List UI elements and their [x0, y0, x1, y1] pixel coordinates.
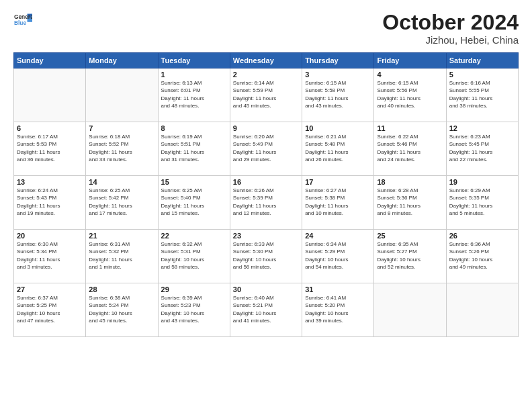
table-row: 10Sunrise: 6:21 AM Sunset: 5:48 PM Dayli… — [302, 122, 374, 176]
table-row: 18Sunrise: 6:28 AM Sunset: 5:36 PM Dayli… — [374, 176, 446, 230]
col-saturday: Saturday — [446, 53, 518, 68]
table-row: 9Sunrise: 6:20 AM Sunset: 5:49 PM Daylig… — [230, 122, 302, 176]
calendar-week-row: 6Sunrise: 6:17 AM Sunset: 5:53 PM Daylig… — [14, 122, 519, 176]
day-number: 30 — [233, 285, 299, 293]
day-info: Sunrise: 6:29 AM Sunset: 5:35 PM Dayligh… — [449, 187, 515, 217]
table-row — [14, 68, 86, 122]
day-info: Sunrise: 6:15 AM Sunset: 5:58 PM Dayligh… — [305, 79, 371, 109]
day-info: Sunrise: 6:20 AM Sunset: 5:49 PM Dayligh… — [233, 133, 299, 163]
calendar: Sunday Monday Tuesday Wednesday Thursday… — [13, 52, 519, 337]
header: General Blue October 2024 Jizhou, Hebei,… — [13, 11, 519, 46]
day-number: 11 — [377, 124, 443, 132]
day-info: Sunrise: 6:22 AM Sunset: 5:46 PM Dayligh… — [377, 133, 443, 163]
col-thursday: Thursday — [302, 53, 374, 68]
day-number: 25 — [377, 232, 443, 240]
table-row: 25Sunrise: 6:35 AM Sunset: 5:27 PM Dayli… — [374, 230, 446, 283]
col-monday: Monday — [86, 53, 158, 68]
day-info: Sunrise: 6:14 AM Sunset: 5:59 PM Dayligh… — [233, 79, 299, 109]
day-number: 1 — [161, 71, 227, 79]
table-row: 20Sunrise: 6:30 AM Sunset: 5:34 PM Dayli… — [14, 230, 86, 283]
day-info: Sunrise: 6:40 AM Sunset: 5:21 PM Dayligh… — [233, 294, 299, 324]
table-row: 24Sunrise: 6:34 AM Sunset: 5:29 PM Dayli… — [302, 230, 374, 283]
day-info: Sunrise: 6:34 AM Sunset: 5:29 PM Dayligh… — [305, 240, 371, 271]
svg-text:Blue: Blue — [14, 19, 26, 26]
table-row: 13Sunrise: 6:24 AM Sunset: 5:43 PM Dayli… — [14, 176, 86, 230]
day-info: Sunrise: 6:16 AM Sunset: 5:55 PM Dayligh… — [449, 79, 515, 109]
day-number: 12 — [449, 124, 515, 132]
table-row: 17Sunrise: 6:27 AM Sunset: 5:38 PM Dayli… — [302, 176, 374, 230]
day-number: 17 — [305, 178, 371, 186]
calendar-week-row: 20Sunrise: 6:30 AM Sunset: 5:34 PM Dayli… — [14, 230, 519, 283]
day-number: 21 — [89, 232, 154, 240]
title-block: October 2024 Jizhou, Hebei, China — [382, 11, 519, 46]
table-row: 28Sunrise: 6:38 AM Sunset: 5:24 PM Dayli… — [86, 283, 158, 337]
day-info: Sunrise: 6:17 AM Sunset: 5:53 PM Dayligh… — [17, 133, 83, 163]
day-info: Sunrise: 6:25 AM Sunset: 5:42 PM Dayligh… — [89, 187, 154, 217]
day-number: 29 — [161, 285, 227, 293]
day-number: 19 — [449, 178, 515, 186]
day-info: Sunrise: 6:30 AM Sunset: 5:34 PM Dayligh… — [17, 240, 83, 271]
day-number: 2 — [233, 71, 299, 79]
table-row: 1Sunrise: 6:13 AM Sunset: 6:01 PM Daylig… — [158, 68, 230, 122]
col-tuesday: Tuesday — [158, 53, 230, 68]
table-row: 8Sunrise: 6:19 AM Sunset: 5:51 PM Daylig… — [158, 122, 230, 176]
day-info: Sunrise: 6:37 AM Sunset: 5:25 PM Dayligh… — [17, 294, 83, 324]
calendar-week-row: 13Sunrise: 6:24 AM Sunset: 5:43 PM Dayli… — [14, 176, 519, 230]
calendar-week-row: 27Sunrise: 6:37 AM Sunset: 5:25 PM Dayli… — [14, 283, 519, 337]
day-info: Sunrise: 6:19 AM Sunset: 5:51 PM Dayligh… — [161, 133, 227, 163]
day-info: Sunrise: 6:27 AM Sunset: 5:38 PM Dayligh… — [305, 187, 371, 217]
day-info: Sunrise: 6:33 AM Sunset: 5:30 PM Dayligh… — [233, 240, 299, 271]
page-title: October 2024 — [382, 11, 519, 34]
calendar-week-row: 1Sunrise: 6:13 AM Sunset: 6:01 PM Daylig… — [14, 68, 519, 122]
table-row: 19Sunrise: 6:29 AM Sunset: 5:35 PM Dayli… — [446, 176, 518, 230]
day-number: 13 — [17, 178, 83, 186]
table-row: 26Sunrise: 6:36 AM Sunset: 5:26 PM Dayli… — [446, 230, 518, 283]
col-wednesday: Wednesday — [230, 53, 302, 68]
table-row: 22Sunrise: 6:32 AM Sunset: 5:31 PM Dayli… — [158, 230, 230, 283]
page: General Blue October 2024 Jizhou, Hebei,… — [0, 0, 532, 411]
day-number: 27 — [17, 285, 83, 293]
day-info: Sunrise: 6:21 AM Sunset: 5:48 PM Dayligh… — [305, 133, 371, 163]
table-row: 27Sunrise: 6:37 AM Sunset: 5:25 PM Dayli… — [14, 283, 86, 337]
day-number: 18 — [377, 178, 443, 186]
table-row: 23Sunrise: 6:33 AM Sunset: 5:30 PM Dayli… — [230, 230, 302, 283]
table-row: 29Sunrise: 6:39 AM Sunset: 5:23 PM Dayli… — [158, 283, 230, 337]
day-info: Sunrise: 6:41 AM Sunset: 5:20 PM Dayligh… — [305, 294, 371, 324]
col-friday: Friday — [374, 53, 446, 68]
day-info: Sunrise: 6:25 AM Sunset: 5:40 PM Dayligh… — [161, 187, 227, 217]
day-number: 22 — [161, 232, 227, 240]
calendar-header-row: Sunday Monday Tuesday Wednesday Thursday… — [14, 53, 519, 68]
table-row — [86, 68, 158, 122]
table-row: 15Sunrise: 6:25 AM Sunset: 5:40 PM Dayli… — [158, 176, 230, 230]
table-row: 11Sunrise: 6:22 AM Sunset: 5:46 PM Dayli… — [374, 122, 446, 176]
table-row: 6Sunrise: 6:17 AM Sunset: 5:53 PM Daylig… — [14, 122, 86, 176]
day-number: 16 — [233, 178, 299, 186]
day-info: Sunrise: 6:32 AM Sunset: 5:31 PM Dayligh… — [161, 240, 227, 271]
table-row — [446, 283, 518, 337]
table-row: 31Sunrise: 6:41 AM Sunset: 5:20 PM Dayli… — [302, 283, 374, 337]
day-info: Sunrise: 6:18 AM Sunset: 5:52 PM Dayligh… — [89, 133, 154, 163]
table-row: 4Sunrise: 6:15 AM Sunset: 5:56 PM Daylig… — [374, 68, 446, 122]
day-info: Sunrise: 6:38 AM Sunset: 5:24 PM Dayligh… — [89, 294, 154, 324]
logo: General Blue — [13, 11, 32, 30]
day-number: 9 — [233, 124, 299, 132]
day-info: Sunrise: 6:31 AM Sunset: 5:32 PM Dayligh… — [89, 240, 154, 271]
table-row: 14Sunrise: 6:25 AM Sunset: 5:42 PM Dayli… — [86, 176, 158, 230]
day-number: 15 — [161, 178, 227, 186]
day-number: 24 — [305, 232, 371, 240]
col-sunday: Sunday — [14, 53, 86, 68]
table-row: 21Sunrise: 6:31 AM Sunset: 5:32 PM Dayli… — [86, 230, 158, 283]
day-number: 3 — [305, 71, 371, 79]
table-row: 12Sunrise: 6:23 AM Sunset: 5:45 PM Dayli… — [446, 122, 518, 176]
day-info: Sunrise: 6:13 AM Sunset: 6:01 PM Dayligh… — [161, 79, 227, 109]
day-number: 23 — [233, 232, 299, 240]
day-number: 6 — [17, 124, 83, 132]
table-row: 2Sunrise: 6:14 AM Sunset: 5:59 PM Daylig… — [230, 68, 302, 122]
day-number: 26 — [449, 232, 515, 240]
day-info: Sunrise: 6:28 AM Sunset: 5:36 PM Dayligh… — [377, 187, 443, 217]
table-row: 5Sunrise: 6:16 AM Sunset: 5:55 PM Daylig… — [446, 68, 518, 122]
day-info: Sunrise: 6:35 AM Sunset: 5:27 PM Dayligh… — [377, 240, 443, 271]
day-number: 14 — [89, 178, 154, 186]
day-number: 5 — [449, 71, 515, 79]
day-info: Sunrise: 6:26 AM Sunset: 5:39 PM Dayligh… — [233, 187, 299, 217]
